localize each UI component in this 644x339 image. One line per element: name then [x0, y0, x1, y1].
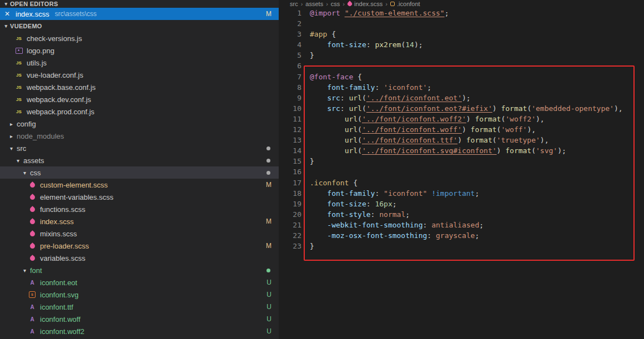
token: ; [405, 210, 410, 219]
token [310, 200, 327, 208]
tree-item-css[interactable]: ▾css [0, 166, 279, 179]
tree-item-iconfont.woff[interactable]: iconfont.woffU [0, 313, 279, 325]
code-text: font-size: 16px; [301, 199, 397, 209]
file-name: functions.scss [40, 205, 85, 214]
token: ); [462, 94, 471, 102]
tree-item-logo.png[interactable]: logo.png [0, 44, 279, 57]
code-line-19[interactable]: 19 font-size: 16px; [279, 199, 644, 209]
code-line-23[interactable]: 23} [279, 241, 644, 251]
code-line-9[interactable]: 9 src: url('../font/iconfont.eot'); [279, 93, 644, 103]
code-line-2[interactable]: 2 [279, 18, 644, 29]
token: ( [362, 104, 366, 113]
tree-item-iconfont.svg[interactable]: iconfont.svgU [0, 289, 279, 301]
code-line-14[interactable]: 14 url('../font/iconfont.svg#iconfont') … [279, 145, 644, 156]
code-line-6[interactable]: 6 [279, 60, 644, 71]
tree-item-utils.js[interactable]: utils.js [0, 57, 279, 69]
tree-item-iconfont.ttf[interactable]: iconfont.ttfU [0, 301, 279, 313]
chevron-down-icon[interactable]: ▾ [21, 170, 28, 176]
token [310, 115, 345, 123]
code-text: src: url('../font/iconfont.eot?#iefix') … [301, 103, 623, 114]
js-file-icon [14, 70, 23, 79]
code-line-4[interactable]: 4 font-size: px2rem(14); [279, 39, 644, 50]
code-line-18[interactable]: 18 font-family: "iconfont" !important; [279, 188, 644, 199]
js-file-icon [14, 107, 23, 116]
chevron-down-icon[interactable]: ▾ [21, 267, 28, 274]
code-line-10[interactable]: 10 src: url('../font/iconfont.eot?#iefix… [279, 103, 644, 114]
token: format [475, 115, 501, 123]
tree-item-element-variables.scss[interactable]: element-variables.scss [0, 191, 279, 203]
tree-item-webpack.base.conf.js[interactable]: webpack.base.conf.js [0, 81, 279, 93]
tree-item-node_modules[interactable]: ▸node_modules [0, 130, 279, 142]
tree-item-font[interactable]: ▾font [0, 264, 279, 276]
code-line-15[interactable]: 15} [279, 156, 644, 166]
token: ; [479, 221, 484, 229]
tree-item-assets[interactable]: ▾assets [0, 154, 279, 166]
code-text: #app { [301, 29, 336, 39]
file-name: element-variables.scss [40, 193, 113, 201]
sass-file-icon [28, 254, 37, 262]
line-number: 13 [279, 135, 301, 145]
breadcrumb-item-css[interactable]: css [331, 1, 340, 7]
line-number: 3 [279, 29, 301, 39]
chevron-down-icon[interactable]: ▾ [14, 158, 22, 164]
code-line-16[interactable]: 16 [279, 166, 644, 177]
token: !important [431, 189, 475, 198]
js-file-icon [14, 58, 23, 67]
tree-item-custom-element.scss[interactable]: custom-element.scssM [0, 179, 279, 191]
tree-item-index.scss[interactable]: index.scssM [0, 215, 279, 227]
token: url [349, 104, 361, 113]
tree-item-pre-loader.scss[interactable]: pre-loader.scssM [0, 240, 279, 252]
sass-file-icon [28, 193, 37, 201]
open-editors-header[interactable]: ▾ OPEN EDITORS [0, 0, 279, 8]
breadcrumb-item-src[interactable]: src [290, 1, 298, 7]
token: ; [475, 189, 479, 198]
tree-item-webpack.dev.conf.js[interactable]: webpack.dev.conf.js [0, 93, 279, 105]
chevron-right-icon[interactable]: ▸ [8, 121, 15, 127]
chevron-right-icon[interactable]: ▸ [8, 133, 15, 139]
code-line-17[interactable]: 17.iconfont { [279, 178, 644, 188]
breadcrumb-item-index.scss[interactable]: index.scss [348, 1, 383, 7]
token [310, 210, 327, 219]
code-line-3[interactable]: 3#app { [279, 29, 644, 39]
code-line-20[interactable]: 20 font-style: normal; [279, 209, 644, 220]
tree-item-check-versions.js[interactable]: check-versions.js [0, 32, 279, 44]
code-line-5[interactable]: 5} [279, 50, 644, 60]
project-section-header[interactable]: ▾ VUEDEMO [0, 20, 279, 32]
font-file-icon [28, 315, 37, 323]
token [310, 94, 327, 102]
code-line-1[interactable]: 1@import "./custom-element.scss"; [279, 8, 644, 18]
tree-item-config[interactable]: ▸config [0, 118, 279, 130]
tree-item-webpack.prod.conf.js[interactable]: webpack.prod.conf.js [0, 105, 279, 118]
open-editor-item-index.scss[interactable]: ✕ index.scss src\assets\css M [0, 8, 279, 20]
file-name: node_modules [17, 132, 64, 140]
chevron-down-icon[interactable]: ▾ [8, 145, 15, 151]
breadcrumb-item-.iconfont[interactable]: .iconfont [390, 1, 420, 7]
file-name: css [30, 169, 41, 177]
tree-item-src[interactable]: ▾src [0, 142, 279, 154]
sass-icon [346, 1, 353, 7]
code-text: } [301, 156, 314, 166]
line-number: 21 [279, 220, 301, 230]
code-line-11[interactable]: 11 url('../font/iconfont.woff2') format(… [279, 114, 644, 124]
breadcrumb-label: css [331, 1, 340, 7]
tree-item-iconfont.woff2[interactable]: iconfont.woff2U [0, 325, 279, 337]
token [310, 125, 345, 134]
code-line-12[interactable]: 12 url('../font/iconfont.woff') format('… [279, 124, 644, 135]
code-line-22[interactable]: 22 -moz-osx-font-smoothing: grayscale; [279, 230, 644, 241]
code-text [301, 60, 310, 71]
tree-item-iconfont.eot[interactable]: iconfont.eotU [0, 276, 279, 289]
code-line-7[interactable]: 7@font-face { [279, 72, 644, 82]
code-line-13[interactable]: 13 url('../font/iconfont.ttf') format('t… [279, 135, 644, 145]
token: 'woff2' [505, 115, 536, 123]
tree-item-functions.scss[interactable]: functions.scss [0, 203, 279, 215]
tree-item-variables.scss[interactable]: variables.scss [0, 252, 279, 264]
token: grayscale [436, 231, 475, 240]
code-line-21[interactable]: 21 -webkit-font-smoothing: antialiased; [279, 220, 644, 230]
tree-item-vue-loader.conf.js[interactable]: vue-loader.conf.js [0, 69, 279, 81]
token: ), [527, 125, 536, 134]
line-number: 9 [279, 93, 301, 103]
breadcrumb-item-assets[interactable]: assets [305, 1, 323, 7]
close-icon[interactable]: ✕ [4, 10, 13, 18]
tree-item-mixins.scss[interactable]: mixins.scss [0, 227, 279, 240]
code-line-8[interactable]: 8 font-family: 'iconfont'; [279, 82, 644, 93]
